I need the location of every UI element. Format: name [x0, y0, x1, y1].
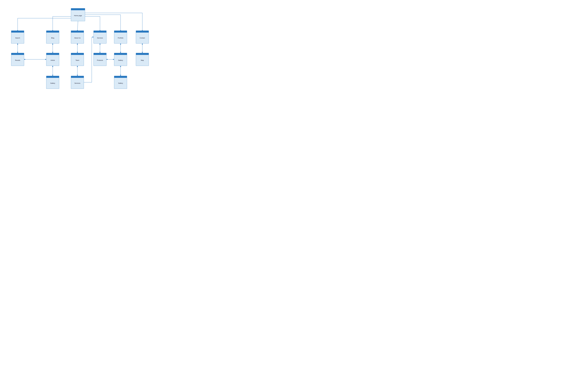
node-services-l2-label: Services	[94, 33, 106, 43]
node-home-label: Home page	[71, 10, 85, 21]
node-portfolio-header	[114, 31, 127, 33]
node-gallery-port-label: Gallery	[114, 78, 127, 89]
node-search: Search	[11, 31, 24, 43]
node-team: Team	[71, 53, 84, 66]
node-contact-header	[136, 31, 149, 33]
node-map: Map	[136, 53, 149, 66]
node-results-label: Results	[11, 55, 24, 66]
node-aboutus-label: About Us	[71, 33, 84, 43]
node-article-label: Article	[46, 55, 59, 66]
node-aboutus-header	[71, 31, 84, 33]
node-gallery-port-header	[114, 76, 127, 78]
node-search-label: Search	[11, 33, 24, 43]
node-gallery-blog-label: Gallery	[46, 78, 59, 89]
node-portfolio-label: Portfolio	[114, 33, 127, 43]
node-services-aboutus-label: Services	[71, 78, 84, 89]
node-results: Results	[11, 53, 24, 66]
node-team-header	[71, 53, 84, 55]
node-gallery-portfolio: Gallery	[114, 53, 127, 66]
node-services-aboutus-header	[71, 76, 84, 78]
node-products: Products	[93, 53, 106, 66]
node-blog-label: Blog	[46, 33, 59, 43]
node-blog-header	[46, 31, 59, 33]
node-products-label: Products	[94, 55, 106, 66]
node-blog: Blog	[46, 31, 59, 43]
node-aboutus: About Us	[71, 31, 84, 43]
node-home-header	[71, 8, 85, 10]
node-contact: Contact	[136, 31, 149, 43]
node-map-label: Map	[136, 55, 149, 66]
node-products-header	[94, 53, 106, 55]
node-gallery-port: Gallery	[114, 76, 127, 89]
node-gallery-portfolio-label: Gallery	[114, 55, 127, 66]
node-article-header	[46, 53, 59, 55]
node-article: Article	[46, 53, 59, 66]
node-services-l2: Services	[93, 31, 106, 43]
node-gallery-blog-header	[46, 76, 59, 78]
node-home: Home page	[71, 8, 85, 21]
node-gallery-portfolio-header	[114, 53, 127, 55]
node-services-aboutus: Services	[71, 76, 84, 89]
node-search-header	[11, 31, 24, 33]
node-map-header	[136, 53, 149, 55]
node-gallery-blog: Gallery	[46, 76, 59, 89]
node-contact-label: Contact	[136, 33, 149, 43]
node-results-header	[11, 53, 24, 55]
node-services-l2-header	[94, 31, 106, 33]
diagram-container: Home page Search Blog About Us Services …	[0, 0, 161, 106]
node-portfolio: Portfolio	[114, 31, 127, 43]
node-team-label: Team	[71, 55, 84, 66]
